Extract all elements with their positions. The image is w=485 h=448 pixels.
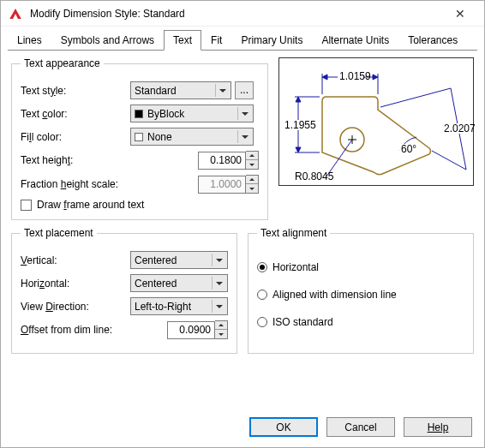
- label-fill-color: Fill color:: [21, 131, 130, 143]
- spinner-fraction-height: [198, 175, 259, 194]
- svg-line-7: [380, 88, 451, 107]
- combo-vertical[interactable]: Centered: [130, 251, 228, 269]
- spin-up-icon: [246, 176, 258, 184]
- tab-primary-units[interactable]: Primary Units: [231, 30, 312, 51]
- window-title: Modify Dimension Style: Standard: [30, 8, 443, 20]
- chevron-down-icon: [212, 300, 225, 313]
- combo-horizontal[interactable]: Centered: [130, 274, 228, 292]
- radio-dot-icon: [257, 262, 267, 272]
- preview-pane: 1.0159 1.1955 2.0207 60° R0.8045: [278, 57, 474, 186]
- spin-up-icon[interactable]: [246, 152, 258, 160]
- group-text-appearance: Text appearance Text style: Standard ...…: [11, 57, 268, 220]
- input-fraction-height: [198, 176, 246, 194]
- button-text-style-browse[interactable]: ...: [235, 81, 254, 99]
- cancel-button[interactable]: Cancel: [326, 417, 395, 437]
- label-text-height: Text height:: [21, 154, 130, 166]
- tab-bar: Lines Symbols and Arrows Text Fit Primar…: [1, 27, 484, 51]
- app-logo-icon: [8, 6, 23, 21]
- help-button[interactable]: Help: [404, 417, 472, 437]
- spin-down-icon[interactable]: [215, 330, 227, 338]
- svg-text:R0.8045: R0.8045: [295, 170, 334, 182]
- svg-line-8: [432, 151, 466, 170]
- group-text-placement: Text placement Vertical: Centered Horizo…: [11, 227, 237, 354]
- label-view-direction: View Direction:: [21, 301, 130, 313]
- spin-down-icon: [246, 184, 258, 193]
- chevron-down-icon: [215, 84, 229, 97]
- tab-fit[interactable]: Fit: [201, 30, 231, 51]
- chevron-down-icon: [212, 277, 225, 290]
- svg-text:1.0159: 1.0159: [339, 70, 371, 82]
- combo-text-style[interactable]: Standard: [130, 81, 231, 99]
- tab-symbols-arrows[interactable]: Symbols and Arrows: [51, 30, 164, 51]
- label-draw-frame: Draw frame around text: [37, 199, 144, 211]
- label-align-horizontal: Horizontal: [272, 261, 319, 273]
- spinner-text-height[interactable]: [198, 151, 259, 170]
- label-fraction-height: Fraction height scale:: [21, 178, 149, 190]
- radio-dot-icon: [257, 317, 267, 327]
- label-offset: Offset from dim line:: [21, 324, 149, 336]
- combo-view-direction[interactable]: Left-to-Right: [130, 297, 228, 315]
- titlebar: Modify Dimension Style: Standard ✕: [1, 1, 484, 27]
- color-swatch-icon: [135, 110, 143, 118]
- label-horizontal: Horizontal:: [21, 278, 130, 290]
- legend-placement: Text placement: [21, 227, 97, 239]
- combo-text-color[interactable]: ByBlock: [130, 105, 254, 122]
- group-text-alignment: Text alignment Horizontal Aligned with d…: [248, 227, 474, 354]
- color-swatch-icon: [135, 133, 143, 141]
- radio-iso[interactable]: ISO standard: [257, 316, 464, 328]
- svg-text:1.1955: 1.1955: [284, 119, 316, 131]
- legend-appearance: Text appearance: [21, 57, 104, 69]
- ok-button[interactable]: OK: [249, 417, 318, 437]
- radio-dot-icon: [257, 290, 267, 300]
- tab-tolerances[interactable]: Tolerances: [398, 30, 467, 51]
- label-vertical: Vertical:: [21, 254, 130, 266]
- tab-lines[interactable]: Lines: [8, 30, 51, 51]
- svg-text:2.0207: 2.0207: [444, 122, 475, 134]
- close-button[interactable]: ✕: [443, 7, 477, 21]
- chevron-down-icon: [237, 130, 251, 143]
- spin-down-icon[interactable]: [246, 160, 258, 169]
- label-align-aligned: Aligned with dimension line: [272, 289, 397, 301]
- spin-up-icon[interactable]: [215, 321, 227, 330]
- radio-horizontal[interactable]: Horizontal: [257, 261, 464, 273]
- svg-text:60°: 60°: [401, 143, 416, 155]
- dialog-window: Modify Dimension Style: Standard ✕ Lines…: [0, 0, 485, 448]
- radio-aligned[interactable]: Aligned with dimension line: [257, 289, 464, 301]
- label-text-color: Text color:: [21, 108, 130, 120]
- label-text-style: Text style:: [21, 85, 130, 97]
- combo-fill-color[interactable]: None: [130, 128, 254, 146]
- checkbox-box-icon: [21, 200, 32, 211]
- tab-content: Text appearance Text style: Standard ...…: [1, 51, 484, 407]
- legend-alignment: Text alignment: [257, 227, 330, 239]
- checkbox-draw-frame[interactable]: Draw frame around text: [21, 199, 259, 211]
- spinner-offset[interactable]: [167, 320, 228, 339]
- tab-text[interactable]: Text: [164, 30, 201, 51]
- tab-alternate-units[interactable]: Alternate Units: [312, 30, 398, 51]
- chevron-down-icon: [237, 107, 251, 120]
- dialog-footer: OK Cancel Help: [1, 407, 484, 447]
- input-offset[interactable]: [167, 321, 215, 339]
- label-align-iso: ISO standard: [272, 316, 333, 328]
- chevron-down-icon: [212, 254, 225, 266]
- input-text-height[interactable]: [198, 152, 246, 170]
